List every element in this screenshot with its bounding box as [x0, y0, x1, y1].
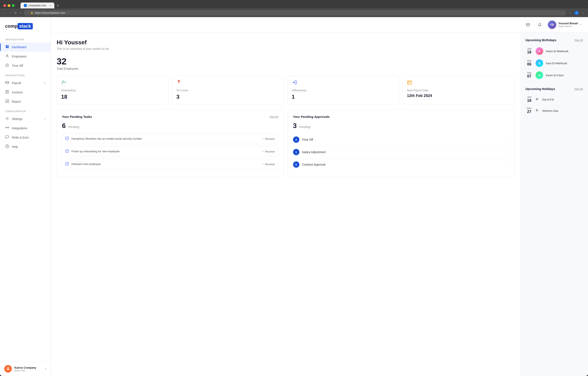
section-label-transactions: TRANSACTIONS [0, 70, 51, 78]
sidebar-item-employees[interactable]: Employees [0, 52, 51, 61]
tasks-title: Your Pending Tasks [62, 115, 92, 118]
holidays-see-all[interactable]: See All [575, 87, 583, 90]
company-name: Kairos Company [14, 366, 43, 369]
sidebar-section-configuration: CONFIGURATION Settings ▾ Integrations [0, 106, 51, 151]
offboarding-icon [292, 80, 395, 86]
notification-button[interactable] [536, 21, 544, 29]
approval-chevron-icon-2: › [508, 163, 509, 166]
svg-rect-2 [6, 47, 7, 48]
sidebar-item-refer[interactable]: Refer & Earn [0, 133, 51, 142]
onleave-value: 3 [176, 94, 279, 100]
minimize-dot[interactable] [8, 4, 10, 7]
task-item-2[interactable]: Onboard new employee ✓ Resolve [62, 159, 278, 169]
holidays-section: Upcoming Holidays See All JAN 18 🏳 Eid A… [525, 87, 583, 116]
menu-button[interactable]: ⋮ [582, 11, 585, 15]
maximize-dot[interactable] [12, 4, 15, 7]
task-item-0[interactable]: Humphrey Okonkwo has an invalid social s… [62, 134, 278, 144]
birthday-day-2: 07 [525, 74, 533, 79]
task-text-1: Finish up onboarding for new employee [71, 150, 260, 153]
star-button[interactable]: ☆ [569, 11, 572, 15]
tasks-see-all[interactable]: See All [270, 115, 278, 118]
approval-badge-0: 2 [293, 136, 299, 143]
company-footer[interactable]: Kairos Company Basic Plan ▾ [0, 361, 51, 376]
sidebar-item-dashboard[interactable]: Dashboard [0, 42, 51, 52]
sidebar-item-timeoff[interactable]: Time Off [0, 61, 51, 70]
address-bar: ← → ↻ ⌂ 🔒 https://trycompstack.com ☆ Y ⋮ [0, 9, 588, 17]
payroll-chevron-icon: ▾ [44, 82, 45, 84]
new-tab-button[interactable]: + [55, 2, 61, 9]
task-resolve-1[interactable]: ✓ Resolve [262, 150, 275, 153]
svg-point-13 [7, 147, 7, 147]
holiday-item-1: MAY 27 🏳 Workers Day [525, 105, 583, 116]
profile-button[interactable]: Y [575, 11, 579, 15]
sidebar-item-payroll[interactable]: Payroll ▾ [0, 78, 51, 88]
timeoff-icon [5, 63, 9, 68]
holiday-date-0: JAN 18 [525, 96, 533, 103]
approval-item-2[interactable]: 5 Contract Approval › [293, 158, 509, 171]
mail-button[interactable] [524, 21, 532, 29]
sidebar-item-report[interactable]: Report [0, 97, 51, 106]
onboarding-value: 18 [61, 94, 164, 100]
approval-left-2: 5 Contract Approval [293, 161, 325, 168]
svg-rect-3 [7, 47, 9, 48]
bottom-panels: Your Pending Tasks See All 6 Pending [57, 110, 514, 177]
birthdays-title: Upcoming Birthdays [525, 38, 556, 42]
birthday-date-2: FEB 07 [525, 72, 533, 79]
task-item-1[interactable]: Finish up onboarding for new employee ✓ … [62, 146, 278, 157]
active-tab[interactable]: compstack.com × [21, 2, 54, 9]
payroll-icon [5, 81, 9, 85]
company-chevron-icon: ▾ [45, 367, 46, 370]
settings-icon [5, 117, 9, 121]
sidebar-section-organization: ORGANIZATION Dashboard Employees [0, 34, 51, 70]
forward-button[interactable]: → [9, 11, 12, 15]
help-label: Help [12, 145, 18, 148]
back-button[interactable]: ← [3, 11, 6, 15]
help-icon [5, 145, 9, 149]
home-button[interactable]: ⌂ [20, 11, 21, 15]
stat-card-offboarding[interactable]: Offboarding 1 [287, 75, 399, 104]
logo[interactable]: compstack [0, 17, 51, 34]
greeting: Hi Youssef [57, 39, 514, 46]
section-label-organization: ORGANIZATION [0, 34, 51, 42]
integrations-label: Integrations [12, 126, 27, 130]
svg-rect-19 [65, 137, 68, 140]
user-text: Youssef Benali Super Admin [558, 22, 578, 27]
sidebar-item-settings[interactable]: Settings ▾ [0, 114, 51, 124]
approval-text-0: Time Off [302, 138, 313, 141]
holiday-flag-1: 🏳 [535, 109, 539, 113]
task-resolve-0[interactable]: ✓ Resolve [262, 137, 275, 140]
tab-favicon [24, 4, 27, 7]
sidebar-item-help[interactable]: Help [0, 142, 51, 151]
report-label: Report [12, 100, 21, 103]
birthday-item-0: JAN 18 A Adam El-Mahfoudi [525, 45, 583, 57]
url-bar[interactable]: 🔒 https://trycompstack.com [24, 10, 566, 15]
invoices-label: Invoices [12, 91, 23, 94]
tab-close-button[interactable]: × [50, 4, 51, 7]
user-profile[interactable]: YB Youssef Benali Super Admin ▾ [548, 21, 581, 29]
refresh-button[interactable]: ↻ [14, 11, 17, 15]
sidebar-item-invoices[interactable]: Invoices [0, 88, 51, 97]
birthday-avatar-2: K [535, 71, 543, 79]
stat-card-onboarding[interactable]: Onboarding 18 [57, 75, 169, 104]
stat-card-payroll-date[interactable]: Next Payroll Date 12th Feb 2024 [403, 75, 514, 104]
holiday-date-1: MAY 27 [525, 107, 533, 114]
task-resolve-2[interactable]: ✓ Resolve [262, 163, 275, 166]
birthday-day-1: 06 [525, 62, 533, 67]
stat-card-onleave[interactable]: On Leave 3 [172, 75, 284, 104]
dashboard-icon [5, 45, 9, 49]
right-panel: Upcoming Birthdays See All JAN 18 A Adam… [520, 32, 588, 376]
birthdays-see-all[interactable]: See All [575, 38, 583, 42]
company-plan: Basic Plan [14, 369, 43, 372]
pending-tasks-panel: Your Pending Tasks See All 6 Pending [57, 110, 283, 177]
approvals-count: 3 [293, 122, 297, 129]
close-dot[interactable] [3, 4, 6, 7]
birthday-avatar-1: S [535, 59, 543, 67]
holiday-day-0: 18 [525, 98, 533, 103]
sidebar-item-integrations[interactable]: Integrations [0, 124, 51, 133]
approval-item-1[interactable]: 1 Salary Adjustment › [293, 146, 509, 158]
task-check-icon-0 [65, 136, 69, 141]
approval-item-0[interactable]: 2 Time Off › [293, 134, 509, 146]
birthday-name-2: Karim El-Fassi [546, 74, 564, 77]
holiday-item-0: JAN 18 🏳 Eid Al Fitr [525, 94, 583, 105]
user-chevron-icon: ▾ [580, 23, 581, 26]
